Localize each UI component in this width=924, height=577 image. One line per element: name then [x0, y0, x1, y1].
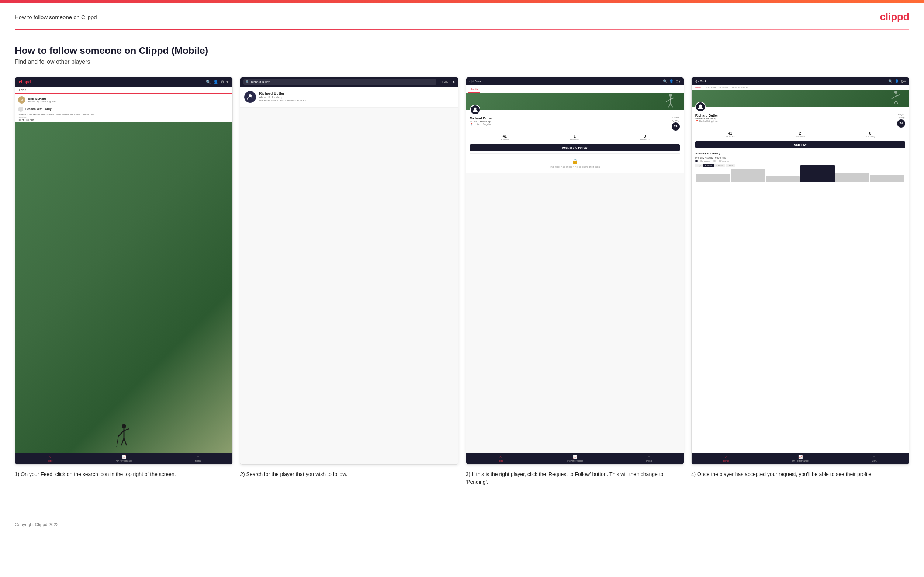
tab-activities[interactable]: Activities	[717, 85, 730, 90]
svg-point-1	[122, 424, 126, 429]
oncourse-legend-dot	[695, 160, 698, 162]
user-icon[interactable]: 👤	[213, 80, 218, 84]
nav-menu[interactable]: ≡ Menu	[872, 455, 877, 462]
nav-home[interactable]: ⌂ Home	[498, 455, 504, 462]
period-6mths[interactable]: 6 mths	[703, 164, 714, 168]
s3-topbar: ◁ < Back 🔍 👤 ⚙▾	[466, 77, 683, 85]
page-heading: How to follow someone on Clippd (Mobile)	[15, 45, 909, 56]
step-1-caption: 1) On your Feed, click on the search ico…	[15, 464, 233, 481]
nav-menu[interactable]: ≡ Menu	[646, 455, 652, 462]
player-details: Richard Butler Above 5 Handicap 📍 United…	[470, 116, 493, 126]
s2-empty-body	[241, 108, 458, 464]
s1-duration: Duration 01 hr : 30 min	[15, 116, 233, 122]
user-icon[interactable]: 👤	[895, 79, 899, 83]
back-button[interactable]: ◁ < Back	[695, 80, 707, 83]
quality-section: Player Quality 74	[672, 116, 680, 131]
main-content: How to follow someone on Clippd (Mobile)…	[0, 30, 924, 515]
search-icon[interactable]: 🔍	[663, 79, 667, 83]
settings-icon[interactable]: ⚙▾	[901, 79, 906, 83]
settings-icon[interactable]: ⚙▾	[675, 79, 680, 83]
activity-section: Activity Summary Monthly Activity · 6 Mo…	[691, 150, 909, 183]
search-result[interactable]: Richard Butler Above 5 Handicap Mill Rid…	[241, 87, 458, 108]
step-2-card: 🔍 Richard Butler CLEAR ✕ Ric	[240, 77, 458, 489]
search-icon: 🔍	[246, 81, 249, 84]
s3-tab-bar: Profile	[466, 85, 683, 93]
chart-icon: 📈	[573, 455, 577, 459]
s3-player-avatar	[470, 105, 480, 115]
step-4-phone: ◁ < Back 🔍 👤 ⚙▾ Profile Dashboard Activi…	[691, 77, 909, 464]
svg-line-7	[116, 436, 118, 447]
svg-line-5	[121, 438, 124, 445]
nav-performance[interactable]: 📈 My Performance	[792, 455, 809, 462]
home-icon: ⌂	[725, 455, 727, 459]
golf-image	[15, 122, 233, 452]
chart-bar	[731, 169, 765, 182]
menu-icon[interactable]: ▾	[226, 80, 229, 84]
copyright-text: Copyright Clippd 2022	[15, 522, 59, 527]
period-1yr[interactable]: 1 yr	[695, 164, 703, 168]
result-info: Richard Butler Above 5 Handicap Mill Rid…	[259, 92, 306, 102]
svg-line-21	[896, 101, 898, 104]
settings-icon[interactable]: ⚙	[221, 80, 224, 84]
s1-logo: clippd	[19, 80, 31, 84]
nav-home[interactable]: ⌂ Home	[47, 455, 53, 462]
step-4-caption: 4) Once the player has accepted your req…	[691, 464, 909, 481]
step-3-card: ◁ < Back 🔍 👤 ⚙▾ Profile	[466, 77, 684, 489]
period-tabs: 1 yr 6 mths 3 mths 1 mth	[695, 164, 905, 168]
period-1mth[interactable]: 1 mth	[725, 164, 735, 168]
tab-profile[interactable]: Profile	[693, 85, 703, 90]
stat-following: 0 Following	[610, 134, 680, 140]
nav-home[interactable]: ⌂ Home	[723, 455, 729, 462]
svg-point-16	[895, 91, 897, 93]
svg-line-6	[124, 438, 126, 445]
user-avatar: B	[18, 96, 26, 103]
s1-feed-tab: Feed	[15, 87, 233, 94]
s1-topbar: clippd 🔍 👤 ⚙ ▾	[15, 77, 233, 87]
step-3-phone: ◁ < Back 🔍 👤 ⚙▾ Profile	[466, 77, 684, 464]
clear-button[interactable]: CLEAR	[439, 81, 449, 84]
result-avatar	[244, 91, 256, 103]
period-3mths[interactable]: 3 mths	[714, 164, 725, 168]
svg-line-12	[670, 98, 674, 99]
svg-line-20	[894, 101, 896, 104]
nav-menu[interactable]: ≡ Menu	[195, 455, 201, 462]
header: How to follow someone on Clippd clippd	[0, 3, 924, 29]
s4-bottomnav: ⌂ Home 📈 My Performance ≡ Menu	[691, 453, 909, 464]
tab-profile[interactable]: Profile	[468, 87, 480, 93]
s2-topbar: 🔍 Richard Butler CLEAR ✕	[241, 77, 458, 87]
stat-followers: 1 Followers	[540, 134, 610, 140]
nav-performance[interactable]: 📈 My Performance	[116, 455, 132, 462]
close-button[interactable]: ✕	[452, 80, 455, 84]
search-box[interactable]: 🔍 Richard Butler	[244, 79, 436, 85]
logo: clippd	[880, 11, 909, 23]
top-gradient-bar	[0, 0, 924, 3]
step-3-caption: 3) If this is the right player, click th…	[466, 464, 684, 489]
empty-space	[466, 172, 683, 453]
step-2-caption: 2) Search for the player that you wish t…	[240, 464, 458, 481]
search-icon[interactable]: 🔍	[206, 80, 211, 84]
step-1-card: clippd 🔍 👤 ⚙ ▾ Feed B Blair McH	[15, 77, 233, 489]
chart-bar	[766, 176, 800, 182]
s4-player-avatar	[695, 102, 706, 112]
chart-bar	[835, 172, 870, 182]
chart-icon: 📈	[122, 455, 126, 459]
user-icon[interactable]: 👤	[669, 79, 674, 83]
s4-icons: 🔍 👤 ⚙▾	[888, 79, 906, 83]
tab-what-to-work[interactable]: What To Work O	[730, 85, 750, 90]
empty-space	[691, 183, 909, 453]
s4-stats: 41 Activities 2 Followers 0 Following	[691, 130, 909, 139]
unfollow-button[interactable]: Unfollow	[695, 141, 905, 148]
nav-performance[interactable]: 📈 My Performance	[567, 455, 583, 462]
back-button[interactable]: ◁ < Back	[469, 80, 481, 83]
chart-legend: On course Off course	[695, 160, 905, 162]
quality-badge: 74	[897, 119, 905, 127]
svg-point-9	[669, 93, 672, 97]
tab-dashboard[interactable]: Dashboard	[703, 85, 717, 90]
svg-line-18	[892, 96, 896, 99]
search-icon[interactable]: 🔍	[888, 79, 893, 83]
s4-profile-info: Richard Butler Above 5 Handicap 📍 United…	[691, 107, 909, 130]
s1-icons: 🔍 👤 ⚙ ▾	[206, 80, 229, 84]
stat-activities: 41 Activities	[695, 131, 766, 137]
post-icon	[18, 106, 23, 112]
request-follow-button[interactable]: Request to Follow	[470, 144, 680, 151]
